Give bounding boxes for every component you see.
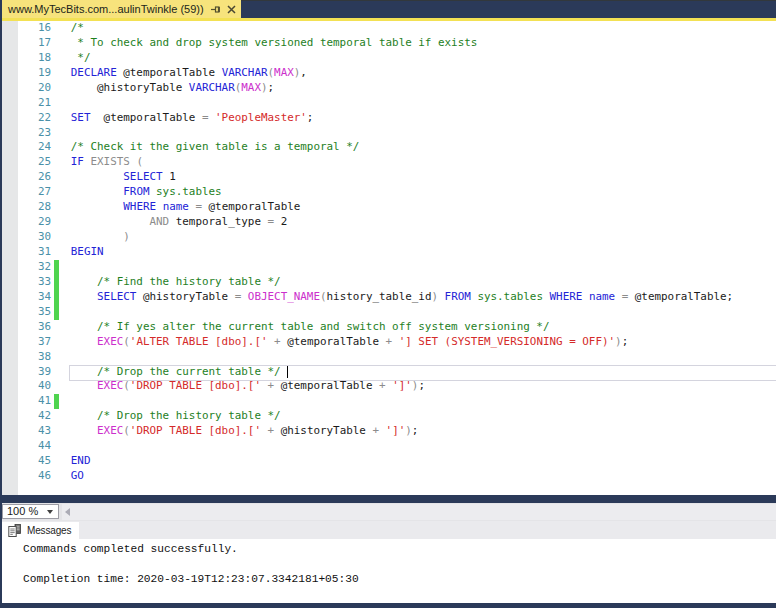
line-number: 22 <box>18 111 51 126</box>
code-line-45[interactable]: 45END <box>0 454 776 469</box>
code-text: /* <box>71 21 84 36</box>
output-line-success: Commands completed successfully. <box>23 543 238 555</box>
line-number: 38 <box>18 350 51 365</box>
code-line-24[interactable]: 24/* Check it the given table is a tempo… <box>0 140 776 155</box>
line-number: 43 <box>18 424 51 439</box>
change-tracking-bar <box>54 394 59 409</box>
code-line-34[interactable]: 34 SELECT @historyTable = OBJECT_NAME(hi… <box>0 290 776 305</box>
line-number: 46 <box>18 469 51 484</box>
editor-results-splitter[interactable] <box>0 495 776 503</box>
line-number: 24 <box>18 140 51 155</box>
code-line-23[interactable]: 23 <box>0 126 776 141</box>
code-text: END <box>71 454 91 469</box>
line-number: 41 <box>18 394 51 409</box>
output-line-completion-time: Completion time: 2020-03-19T12:23:07.334… <box>23 573 359 585</box>
change-tracking-bar <box>54 260 59 320</box>
code-line-40[interactable]: 40 EXEC('DROP TABLE [dbo].[' + @temporal… <box>0 379 776 394</box>
code-line-31[interactable]: 31BEGIN <box>0 245 776 260</box>
code-text: DECLARE @temporalTable VARCHAR(MAX), <box>71 66 307 81</box>
line-number: 31 <box>18 245 51 260</box>
code-text: IF EXISTS ( <box>71 155 143 170</box>
code-line-21[interactable]: 21 <box>0 96 776 111</box>
code-line-30[interactable]: 30 ) <box>0 230 776 245</box>
line-number: 39 <box>18 365 51 380</box>
code-text: EXEC('DROP TABLE [dbo].[' + @temporalTab… <box>71 379 425 394</box>
code-line-46[interactable]: 46GO <box>0 469 776 484</box>
dropdown-arrow-icon <box>47 510 53 514</box>
line-number: 32 <box>18 260 51 275</box>
code-line-38[interactable]: 38 <box>0 350 776 365</box>
code-text: /* If yes alter the current table and sw… <box>71 320 550 335</box>
code-line-17[interactable]: 17 * To check and drop system versioned … <box>0 36 776 51</box>
document-tab-title: www.MyTecBits.com...aulinTwinkle (59)) <box>0 3 204 15</box>
code-line-25[interactable]: 25IF EXISTS ( <box>0 155 776 170</box>
code-line-36[interactable]: 36 /* If yes alter the current table and… <box>0 320 776 335</box>
line-number: 42 <box>18 409 51 424</box>
code-line-43[interactable]: 43 EXEC('DROP TABLE [dbo].[' + @historyT… <box>0 424 776 439</box>
code-text: EXEC('ALTER TABLE [dbo].[' + @temporalTa… <box>71 335 628 350</box>
zoom-level-dropdown[interactable]: 100 % <box>2 504 59 519</box>
code-line-33[interactable]: 33 /* Find the history table */ <box>0 275 776 290</box>
code-line-19[interactable]: 19DECLARE @temporalTable VARCHAR(MAX), <box>0 66 776 81</box>
code-line-41[interactable]: 41 <box>0 394 776 409</box>
code-line-37[interactable]: 37 EXEC('ALTER TABLE [dbo].[' + @tempora… <box>0 335 776 350</box>
results-tab-strip: Messages <box>0 521 776 539</box>
code-text: /* Find the history table */ <box>71 275 281 290</box>
line-number: 21 <box>18 96 51 111</box>
line-number: 17 <box>18 36 51 51</box>
messages-icon <box>8 524 21 537</box>
code-text: WHERE name = @temporalTable <box>71 200 301 215</box>
code-line-22[interactable]: 22SET @temporalTable = 'PeopleMaster'; <box>0 111 776 126</box>
line-number: 19 <box>18 66 51 81</box>
code-line-32[interactable]: 32 <box>0 260 776 275</box>
document-tab-bar: www.MyTecBits.com...aulinTwinkle (59)) <box>0 0 776 18</box>
code-text: */ <box>71 51 91 66</box>
current-line-highlight <box>69 365 776 381</box>
close-icon[interactable] <box>226 4 237 15</box>
code-text: SELECT @historyTable = OBJECT_NAME(histo… <box>71 290 733 305</box>
code-text: FROM sys.tables <box>71 185 222 200</box>
code-line-35[interactable]: 35 <box>0 305 776 320</box>
zoom-level-value: 100 % <box>7 505 38 518</box>
code-text: SELECT 1 <box>71 170 176 185</box>
pin-icon[interactable] <box>210 4 221 15</box>
line-number: 28 <box>18 200 51 215</box>
line-number: 45 <box>18 454 51 469</box>
line-number: 34 <box>18 290 51 305</box>
code-line-29[interactable]: 29 AND temporal_type = 2 <box>0 215 776 230</box>
code-line-16[interactable]: 16/* <box>0 21 776 36</box>
line-number: 33 <box>18 275 51 290</box>
line-number: 44 <box>18 439 51 454</box>
line-number: 27 <box>18 185 51 200</box>
messages-tab-label: Messages <box>27 525 71 536</box>
messages-tab[interactable]: Messages <box>2 522 79 539</box>
document-tab[interactable]: www.MyTecBits.com...aulinTwinkle (59)) <box>0 0 241 18</box>
window-bottom-edge <box>0 603 776 608</box>
code-text: * To check and drop system versioned tem… <box>71 36 478 51</box>
line-number: 37 <box>18 335 51 350</box>
line-number: 29 <box>18 215 51 230</box>
code-text: EXEC('DROP TABLE [dbo].[' + @historyTabl… <box>71 424 419 439</box>
line-number: 25 <box>18 155 51 170</box>
code-line-28[interactable]: 28 WHERE name = @temporalTable <box>0 200 776 215</box>
code-text: BEGIN <box>71 245 104 260</box>
line-number: 23 <box>18 126 51 141</box>
line-number: 30 <box>18 230 51 245</box>
code-line-18[interactable]: 18 */ <box>0 51 776 66</box>
code-line-27[interactable]: 27 FROM sys.tables <box>0 185 776 200</box>
horizontal-scrollbar[interactable] <box>62 504 776 520</box>
code-text: /* Drop the history table */ <box>71 409 281 424</box>
code-text: /* Check it the given table is a tempora… <box>71 140 360 155</box>
line-number: 26 <box>18 170 51 185</box>
code-line-42[interactable]: 42 /* Drop the history table */ <box>0 409 776 424</box>
sql-editor[interactable]: 16/*17 * To check and drop system versio… <box>0 21 776 495</box>
editor-status-row: 100 % <box>0 503 776 522</box>
code-line-20[interactable]: 20 @historyTable VARCHAR(MAX); <box>0 81 776 96</box>
code-line-26[interactable]: 26 SELECT 1 <box>0 170 776 185</box>
code-line-44[interactable]: 44 <box>0 439 776 454</box>
line-number: 36 <box>18 320 51 335</box>
line-number: 18 <box>18 51 51 66</box>
scroll-left-arrow-icon[interactable] <box>65 508 70 516</box>
line-number: 40 <box>18 379 51 394</box>
window-left-edge <box>0 0 2 608</box>
